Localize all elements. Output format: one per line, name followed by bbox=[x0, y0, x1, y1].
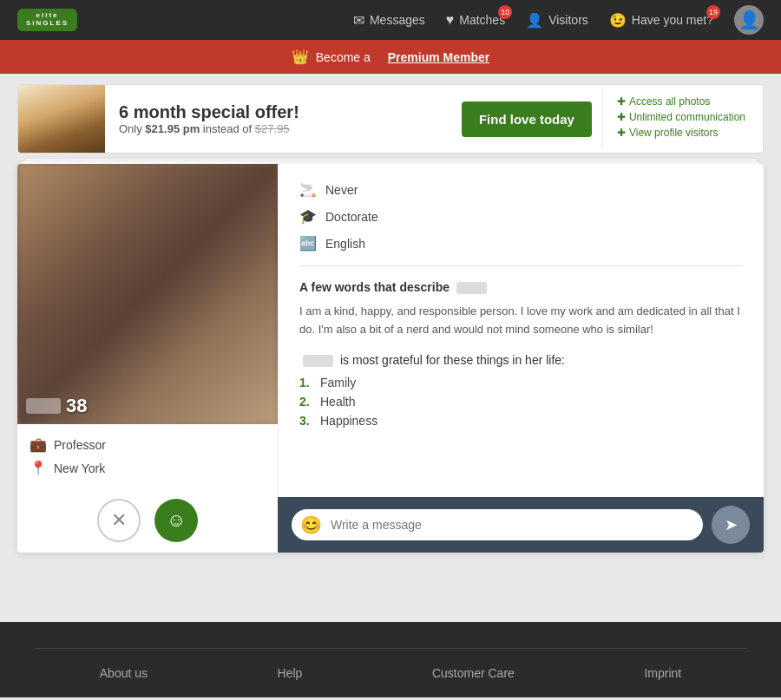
ad-price: Only $21.95 pm instead of $27.95 bbox=[119, 122, 437, 135]
nav-matches[interactable]: ♥ Matches 10 bbox=[446, 12, 505, 28]
main-nav: ✉ Messages ♥ Matches 10 👤 Visitors 😉 Hav… bbox=[353, 5, 764, 35]
main-content: 6 month special offer! Only $21.95 pm in… bbox=[17, 84, 764, 587]
profile-card: 38 💼 Professor 📍 New York ✕ ☺ bbox=[17, 164, 764, 553]
location-icon: 📍 bbox=[30, 460, 47, 476]
footer: About us Help Customer Care Imprint bbox=[0, 622, 781, 697]
grateful-list: 1. Family 2. Health 3. Happiness bbox=[299, 376, 743, 428]
job-label: Professor bbox=[54, 438, 106, 452]
profile-photo: 38 bbox=[17, 164, 278, 424]
age-badge: 38 bbox=[26, 395, 87, 417]
emoji-picker-button[interactable]: 😊 bbox=[292, 514, 331, 535]
smoking-icon: 🚬 bbox=[299, 181, 317, 198]
profile-left-panel: 38 💼 Professor 📍 New York ✕ ☺ bbox=[17, 164, 278, 553]
ad-photo bbox=[18, 84, 105, 154]
visitors-icon: 👤 bbox=[526, 12, 543, 29]
list-item: 2. Health bbox=[299, 395, 743, 409]
message-input[interactable] bbox=[331, 509, 703, 540]
ad-feature-1: ✚Access all photos bbox=[617, 95, 749, 108]
matches-badge: 10 bbox=[498, 5, 512, 19]
avatar-icon: 👤 bbox=[738, 10, 760, 30]
nav-visitors[interactable]: 👤 Visitors bbox=[526, 12, 588, 29]
education-row: 🎓 Doctorate bbox=[299, 208, 743, 225]
have-you-met-badge: 19 bbox=[706, 5, 720, 19]
language-label: English bbox=[325, 237, 365, 251]
ad-banner: 6 month special offer! Only $21.95 pm in… bbox=[17, 84, 764, 154]
ad-cta-button[interactable]: Find love today bbox=[462, 101, 592, 137]
photo-blur-overlay bbox=[17, 164, 278, 424]
logo[interactable]: elite SINGLES bbox=[17, 9, 77, 31]
job-row: 💼 Professor bbox=[30, 433, 266, 456]
location-row: 📍 New York bbox=[30, 456, 266, 480]
location-label: New York bbox=[54, 461, 105, 475]
premium-banner: 👑 Become a Premium Member bbox=[0, 40, 781, 74]
footer-divider bbox=[35, 648, 746, 649]
ad-feature-3: ✚View profile visitors bbox=[617, 127, 749, 139]
age-number: 38 bbox=[66, 395, 87, 417]
premium-link[interactable]: Premium Member bbox=[388, 50, 489, 64]
messages-icon: ✉ bbox=[353, 12, 364, 29]
description-body: I am a kind, happy, and responsible pers… bbox=[299, 303, 743, 339]
avatar[interactable]: 👤 bbox=[734, 5, 764, 35]
message-wrapper: 😊 bbox=[292, 509, 703, 540]
logo-subtext: SINGLES bbox=[26, 20, 69, 28]
nav-have-you-met[interactable]: 😉 Have you met? 19 bbox=[609, 12, 713, 29]
profile-right-wrapper: 🚬 Never 🎓 Doctorate 🔤 English A few word… bbox=[278, 164, 764, 553]
profile-right-panel: 🚬 Never 🎓 Doctorate 🔤 English A few word… bbox=[278, 164, 764, 497]
language-row: 🔤 English bbox=[299, 235, 743, 252]
checkmark-icon-1: ✚ bbox=[617, 95, 626, 108]
footer-customer-care[interactable]: Customer Care bbox=[432, 666, 515, 680]
education-icon: 🎓 bbox=[299, 208, 317, 225]
name-blur-grateful bbox=[303, 355, 333, 367]
footer-imprint[interactable]: Imprint bbox=[644, 666, 681, 680]
name-blur-title bbox=[456, 282, 487, 294]
ad-person-image bbox=[18, 84, 105, 154]
send-button[interactable]: ➤ bbox=[712, 506, 750, 544]
message-box: 😊 ➤ bbox=[278, 497, 764, 553]
wink-icon: 😉 bbox=[609, 12, 627, 29]
section-divider-1 bbox=[299, 265, 743, 266]
heart-icon: ♥ bbox=[446, 12, 455, 28]
name-blur bbox=[26, 398, 61, 414]
profile-info: 💼 Professor 📍 New York bbox=[17, 424, 278, 488]
messages-label: Messages bbox=[370, 13, 425, 27]
premium-text: Become a bbox=[316, 50, 371, 64]
send-icon: ➤ bbox=[725, 515, 738, 534]
list-item: 3. Happiness bbox=[299, 414, 743, 428]
card-stack: 38 💼 Professor 📍 New York ✕ ☺ bbox=[17, 164, 764, 553]
ad-offer-heading: 6 month special offer! bbox=[119, 102, 437, 122]
checkmark-icon-3: ✚ bbox=[617, 127, 626, 139]
language-icon: 🔤 bbox=[299, 235, 317, 252]
smoking-label: Never bbox=[325, 183, 358, 197]
footer-about[interactable]: About us bbox=[100, 666, 148, 680]
have-you-met-label: Have you met? bbox=[632, 13, 713, 27]
footer-links: About us Help Customer Care Imprint bbox=[35, 666, 746, 680]
list-item: 1. Family bbox=[299, 376, 743, 389]
smoking-row: 🚬 Never bbox=[299, 181, 743, 198]
footer-help[interactable]: Help bbox=[278, 666, 303, 680]
visitors-label: Visitors bbox=[548, 13, 588, 27]
briefcase-icon: 💼 bbox=[30, 436, 47, 453]
like-button[interactable]: ☺ bbox=[154, 499, 198, 542]
grateful-title: is most grateful for these things in her… bbox=[299, 353, 743, 367]
crown-icon: 👑 bbox=[292, 49, 309, 65]
header: elite SINGLES ✉ Messages ♥ Matches 10 👤 … bbox=[0, 0, 781, 40]
checkmark-icon-2: ✚ bbox=[617, 111, 626, 123]
action-buttons: ✕ ☺ bbox=[17, 488, 278, 553]
reject-button[interactable]: ✕ bbox=[97, 499, 141, 542]
ad-feature-2: ✚Unlimited communication bbox=[617, 111, 749, 123]
ad-features: ✚Access all photos ✚Unlimited communicat… bbox=[602, 88, 763, 149]
ad-text-block: 6 month special offer! Only $21.95 pm in… bbox=[105, 95, 451, 142]
education-label: Doctorate bbox=[325, 210, 378, 224]
description-title: A few words that describe bbox=[299, 280, 743, 294]
nav-messages[interactable]: ✉ Messages bbox=[353, 12, 425, 29]
